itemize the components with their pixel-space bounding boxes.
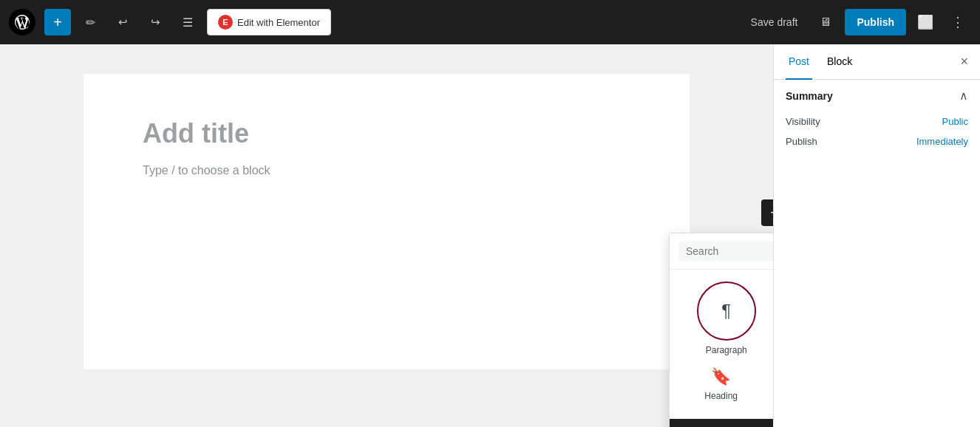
settings-icon: ⬜ bbox=[917, 14, 933, 30]
blocks-row-2: 🔖 Heading ⊞ Gallery ❝ Quote bbox=[670, 361, 773, 419]
pencil-icon: ✏ bbox=[86, 16, 95, 30]
tab-block[interactable]: Block bbox=[824, 44, 855, 80]
add-block-button[interactable]: + bbox=[44, 9, 71, 35]
settings-panel-button[interactable]: ⬜ bbox=[912, 9, 939, 35]
post-title-input[interactable]: Add title bbox=[143, 118, 630, 149]
summary-section: Summary ∧ Visibility Public Publish Imme… bbox=[774, 80, 980, 160]
summary-header: Summary ∧ bbox=[786, 89, 968, 103]
editor-content: Add title Type / to choose a block bbox=[84, 74, 690, 369]
edit-with-elementor-button[interactable]: E Edit with Elementor bbox=[207, 9, 331, 35]
heading-label: Heading bbox=[704, 391, 738, 401]
block-heading[interactable]: 🔖 Heading bbox=[684, 361, 758, 407]
edit-elementor-label: Edit with Elementor bbox=[237, 17, 320, 28]
list-icon: ☰ bbox=[183, 16, 193, 30]
redo-icon: ↪ bbox=[151, 16, 160, 29]
paragraph-label: Paragraph bbox=[706, 345, 747, 355]
sidebar-close-button[interactable]: × bbox=[960, 54, 968, 69]
summary-toggle-button[interactable]: ∧ bbox=[959, 89, 968, 103]
view-button[interactable]: 🖥 bbox=[812, 9, 839, 35]
wp-logo bbox=[9, 9, 35, 35]
tab-post[interactable]: Post bbox=[786, 44, 812, 80]
heading-block-icon: 🔖 bbox=[711, 367, 731, 386]
browse-all-footer[interactable]: Browse all bbox=[670, 419, 773, 427]
visibility-row: Visibility Public bbox=[786, 112, 968, 131]
redo-button[interactable]: ↪ bbox=[142, 9, 169, 35]
inserter-search-input[interactable] bbox=[678, 241, 773, 262]
kebab-icon: ⋮ bbox=[951, 14, 964, 30]
summary-title: Summary bbox=[786, 90, 833, 102]
paragraph-icon: ¶ bbox=[721, 301, 731, 321]
toolbar: + ✏ ↩ ↪ ☰ E Edit with Elementor Save dra… bbox=[0, 0, 980, 44]
inserter-search-area: 🔍 bbox=[670, 233, 773, 270]
undo-icon: ↩ bbox=[118, 16, 128, 29]
sidebar-header: Post Block × bbox=[774, 44, 980, 80]
save-draft-button[interactable]: Save draft bbox=[742, 9, 807, 35]
publish-row-value[interactable]: Immediately bbox=[916, 136, 968, 147]
block-list-view-button[interactable]: ☰ bbox=[174, 9, 201, 35]
editor-area: Add title Type / to choose a block + 🔍 ¶… bbox=[0, 44, 773, 427]
block-gallery[interactable]: ⊞ Gallery bbox=[758, 361, 773, 407]
inline-add-block-button[interactable]: + bbox=[761, 199, 773, 226]
monitor-icon: 🖥 bbox=[820, 16, 831, 29]
block-paragraph[interactable]: ¶ Paragraph bbox=[697, 281, 756, 355]
more-options-button[interactable]: ⋮ bbox=[945, 9, 971, 35]
block-placeholder[interactable]: Type / to choose a block bbox=[143, 164, 630, 177]
blocks-row-1: ¶ Paragraph ☰ List 🖼 Image bbox=[670, 270, 773, 361]
block-inserter-popup: 🔍 ¶ Paragraph ☰ List 🖼 bbox=[669, 233, 773, 427]
publish-row: Publish Immediately bbox=[786, 131, 968, 151]
visibility-label: Visibility bbox=[786, 116, 820, 127]
elementor-icon: E bbox=[218, 15, 233, 30]
main-layout: Add title Type / to choose a block + 🔍 ¶… bbox=[0, 44, 980, 427]
plus-icon: + bbox=[770, 205, 773, 222]
edit-button[interactable]: ✏ bbox=[77, 9, 103, 35]
undo-button[interactable]: ↩ bbox=[109, 9, 136, 35]
publish-row-label: Publish bbox=[786, 136, 817, 147]
sidebar-body: Summary ∧ Visibility Public Publish Imme… bbox=[774, 80, 980, 427]
publish-button[interactable]: Publish bbox=[845, 9, 906, 35]
sidebar: Post Block × Summary ∧ Visibility Public… bbox=[773, 44, 980, 427]
visibility-value[interactable]: Public bbox=[942, 116, 968, 127]
